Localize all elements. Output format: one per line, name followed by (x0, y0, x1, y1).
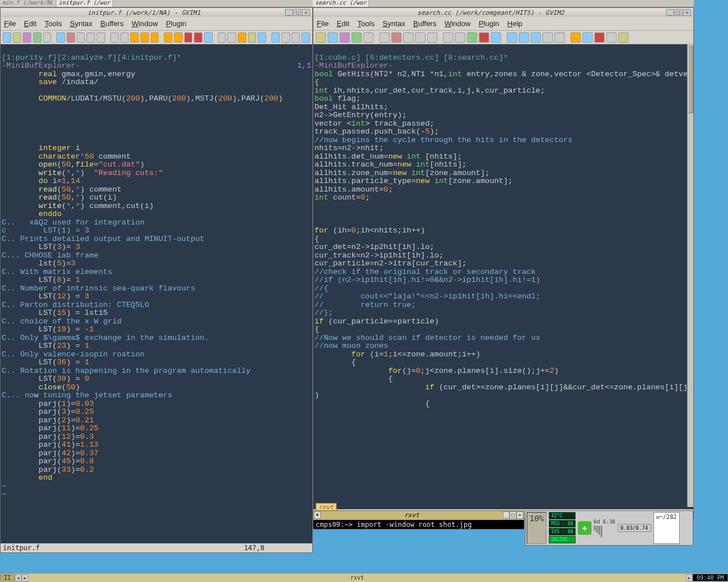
toolbar-icon[interactable] (292, 32, 300, 43)
toolbar-icon[interactable] (455, 32, 465, 43)
menu-file[interactable]: File (317, 19, 329, 28)
tab-minf[interactable]: min.f (/work/NL (0, 0, 56, 7)
editor-2[interactable]: [1:cube.c] [6:detectors.cc] [8:search.cc… (313, 44, 693, 509)
toolbar-icon[interactable] (403, 32, 413, 43)
toolbar-icon[interactable] (479, 32, 489, 43)
toolbar-icon[interactable] (271, 32, 280, 43)
toolbar-icon[interactable] (218, 32, 226, 43)
toolbar-icon[interactable] (351, 32, 362, 43)
toolbar-icon[interactable] (194, 32, 202, 43)
toolbar-icon[interactable] (570, 32, 581, 43)
close-icon[interactable]: × (516, 512, 523, 519)
maximize-icon[interactable]: □ (510, 512, 516, 519)
toolbar-icon[interactable] (151, 32, 159, 43)
toolbar-icon[interactable] (43, 32, 52, 43)
maximize-icon[interactable]: □ (675, 9, 682, 16)
minimize-icon[interactable]: _ (666, 9, 674, 16)
window-titlebar-1[interactable]: initpur.f (/work/1/NA) - GVIM1 _ □ × (1, 8, 312, 17)
toolbar-icon[interactable] (130, 32, 139, 43)
scrollbar-2[interactable] (687, 44, 693, 507)
editor-1[interactable]: [1:purity.f][2:analyze.f][4:initpur.f]* … (1, 44, 312, 543)
menu-buffers[interactable]: Buffers (100, 19, 123, 28)
toolbar-icon[interactable] (56, 32, 65, 43)
toolbar-icon[interactable] (491, 32, 501, 43)
toolbar-icon[interactable] (110, 32, 119, 43)
workspace-indicator[interactable]: II (0, 574, 15, 581)
toolbar-icon[interactable] (467, 32, 477, 43)
tab-search[interactable]: search.cc (/wor (313, 0, 369, 7)
toolbar-icon[interactable] (606, 32, 617, 43)
toolbar-icon[interactable] (258, 32, 266, 43)
tray-arrow-icon[interactable]: ▸ (686, 574, 693, 581)
toolbar-icon[interactable] (507, 32, 517, 43)
menu-syntax[interactable]: Syntax (70, 19, 93, 28)
minimize-icon[interactable]: _ (285, 9, 293, 16)
toolbar-icon[interactable] (543, 32, 553, 43)
pin-icon[interactable]: ▪ (314, 512, 321, 519)
close-icon[interactable]: × (683, 9, 691, 16)
toolbar-icon[interactable] (618, 32, 628, 43)
toolbar-icon[interactable] (238, 32, 246, 43)
toolbar-icon[interactable] (13, 32, 22, 43)
close-icon[interactable]: × (302, 9, 310, 16)
toolbar-icon[interactable] (204, 32, 213, 43)
menu-edit[interactable]: Edit (24, 19, 36, 28)
taskbar-task[interactable]: rxvt (28, 575, 686, 581)
scroll-thumb[interactable] (688, 45, 693, 113)
toolbar-icon[interactable] (415, 32, 425, 43)
toolbar-icon[interactable] (228, 32, 236, 43)
toolbar-icon[interactable] (97, 32, 105, 43)
menu-tools[interactable]: Tools (357, 19, 374, 28)
toolbar-icon[interactable] (594, 32, 605, 43)
menu-help[interactable]: Help (507, 19, 523, 28)
toolbar-icon[interactable] (77, 32, 85, 43)
toolbar-icon[interactable] (316, 32, 326, 43)
mail-indicator[interactable]: ✉~/282 (653, 512, 680, 544)
toolbar-icon[interactable] (328, 32, 338, 43)
toolbar-icon[interactable] (555, 32, 565, 43)
menu-tools[interactable]: Tools (44, 19, 61, 28)
toolbar-icon[interactable] (282, 32, 290, 43)
toolbar-icon[interactable] (531, 32, 541, 43)
buffer-list-2[interactable]: [1:cube.c] [6:detectors.cc] [8:search.cc… (315, 53, 508, 62)
toolbar-icon[interactable] (140, 32, 149, 43)
menu-edit[interactable]: Edit (337, 19, 349, 28)
code-area-2[interactable]: bool GetHits(NT2* n2,NT1 *n1,int entry,z… (315, 70, 692, 409)
toolbar-icon[interactable] (67, 32, 75, 43)
menu-syntax[interactable]: Syntax (383, 19, 406, 28)
menu-window[interactable]: Window (444, 19, 470, 28)
menu-window[interactable]: Window (131, 19, 158, 28)
toolbar-icon[interactable] (443, 32, 453, 43)
toolbar-icon[interactable] (427, 32, 437, 43)
toolbar-icon[interactable] (391, 32, 402, 43)
toolbar-icon[interactable] (582, 32, 593, 43)
rxvt-titlebar[interactable]: ▪rxvt_□× (313, 511, 524, 520)
toolbar-icon[interactable] (33, 32, 42, 43)
toolbar-icon[interactable] (248, 32, 257, 43)
toolbar-icon[interactable] (164, 32, 172, 43)
toolbar-icon[interactable] (86, 32, 95, 43)
toolbar-icon[interactable] (184, 32, 193, 43)
window-titlebar-2[interactable]: search.cc (/work/comgeant/HITS) - GVIM2 … (313, 8, 693, 17)
buffer-list-1[interactable]: [1:purity.f][2:analyze.f][4:initpur.f]* (2, 53, 181, 62)
maximize-icon[interactable]: □ (293, 9, 301, 16)
menu-plugin[interactable]: Plugin (166, 19, 187, 28)
toolbar-icon[interactable] (519, 32, 529, 43)
toolbar-icon[interactable] (363, 32, 374, 43)
toolbar-icon[interactable] (3, 32, 11, 43)
tab-initpur[interactable]: initpur.f (/wor (56, 0, 113, 7)
toolbar-icon[interactable] (121, 32, 129, 43)
menu-plugin[interactable]: Plugin (479, 19, 499, 28)
minimize-icon[interactable]: _ (503, 512, 510, 519)
clover-icon[interactable]: ✤ (578, 521, 592, 535)
toolbar-icon[interactable] (23, 32, 31, 43)
code-area-1[interactable]: real gmax,gmin,energy save /indata/ COMM… (2, 70, 311, 499)
toolbar-icon[interactable] (174, 32, 183, 43)
toolbar-icon[interactable] (301, 32, 310, 43)
toolbar-icon[interactable] (379, 32, 390, 43)
menu-file[interactable]: File (4, 19, 16, 28)
rxvt-terminal[interactable]: cmps09:~> import -window root shot.jpg (313, 520, 524, 529)
menu-buffers[interactable]: Buffers (413, 19, 436, 28)
next-workspace-icon[interactable]: ▸ (22, 574, 28, 581)
prev-workspace-icon[interactable]: ◂ (15, 574, 22, 581)
